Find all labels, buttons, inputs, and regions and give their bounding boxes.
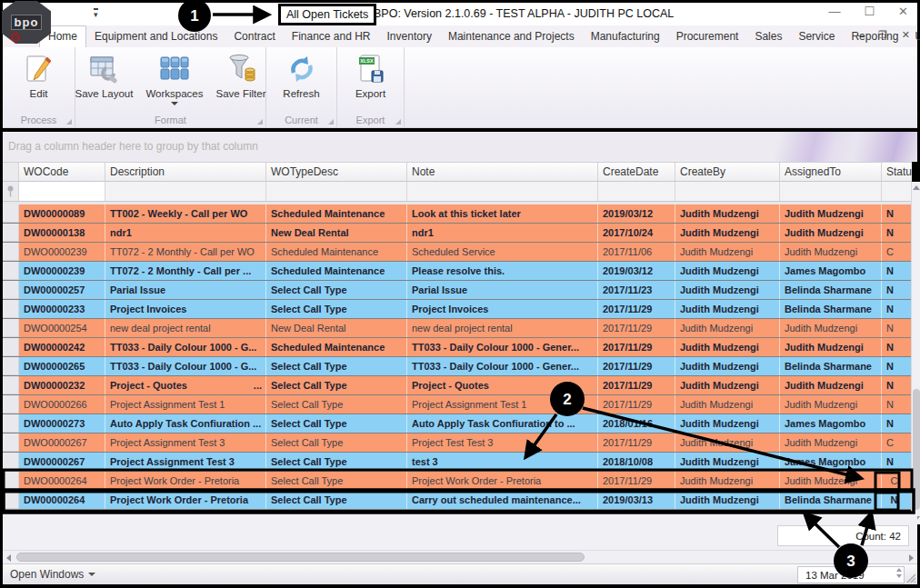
table-row[interactable]: DWO0000264Project Work Order - PretoriaS… <box>3 472 912 491</box>
cell-wotypedesc[interactable]: Scheduled Maintenance <box>266 204 407 223</box>
tab-equipment-and-locations[interactable]: Equipment and Locations <box>86 26 225 47</box>
cell-wocode[interactable]: DW00000138 <box>19 224 105 242</box>
quick-access-dropdown-icon[interactable]: ▾ <box>94 8 98 19</box>
cell-note[interactable]: Project Test Test 3 <box>407 434 598 452</box>
save-layout-button[interactable]: Save Layout <box>69 51 140 101</box>
table-row[interactable]: DW00000267Project Assignment Test 3Selec… <box>3 453 912 472</box>
cell-assignedto[interactable]: Judith Mudzengi <box>780 472 882 490</box>
cell-description[interactable]: TT033 - Daily Colour 1000 - G... <box>105 338 266 356</box>
cell-assignedto[interactable]: James Magombo <box>780 262 882 280</box>
cell-wotypedesc[interactable]: Select Call Type <box>266 414 407 433</box>
filter-cell-wocode[interactable] <box>19 182 105 201</box>
table-row[interactable]: DWO0000266Project Assignment Test 1Selec… <box>3 395 912 414</box>
column-header-note[interactable]: Note <box>407 163 598 181</box>
workspaces-button[interactable]: Workspaces <box>139 51 209 107</box>
cell-status[interactable]: N <box>882 453 912 471</box>
cell-wotypedesc[interactable]: Select Call Type <box>266 434 407 452</box>
cell-assignedto[interactable]: James Magombo <box>780 414 882 433</box>
cell-status[interactable]: N <box>882 338 912 356</box>
cell-wotypedesc[interactable]: New Deal Rental <box>266 224 407 242</box>
cell-wocode[interactable]: DW00000267 <box>19 453 105 471</box>
save-filter-button[interactable]: Save Filter <box>210 51 273 101</box>
tab-procurement[interactable]: Procurement <box>668 26 747 47</box>
filter-cell-assignedto[interactable] <box>780 182 882 201</box>
cell-wocode[interactable]: DW00000264 <box>19 491 105 509</box>
horizontal-scrollbar[interactable] <box>3 550 917 563</box>
tab-inventory[interactable]: Inventory <box>379 26 440 47</box>
column-header-createby[interactable]: CreateBy <box>675 163 780 181</box>
cell-createdate[interactable]: 2019/03/12 <box>598 204 675 223</box>
cell-description[interactable]: Project Invoices <box>105 300 266 318</box>
column-header-createdate[interactable]: CreateDate <box>598 163 675 181</box>
cell-wocode[interactable]: DW00000233 <box>19 300 105 318</box>
table-row[interactable]: DWO0000267Project Assignment Test 3Selec… <box>3 434 912 453</box>
cell-createby[interactable]: Judith Mudzengi <box>675 376 780 394</box>
cell-createby[interactable]: Judith Mudzengi <box>675 262 780 280</box>
cell-wocode[interactable]: DWO0000239 <box>19 243 105 261</box>
cell-assignedto[interactable]: Judith Mudzengi <box>780 224 882 242</box>
table-row[interactable]: DW00000265TT033 - Daily Colour 1000 - G.… <box>3 357 912 376</box>
tab-manufacturing[interactable]: Manufacturing <box>583 26 668 47</box>
cell-createdate[interactable]: 2017/11/29 <box>598 300 675 318</box>
filter-cell-note[interactable] <box>407 182 598 201</box>
cell-createdate[interactable]: 2019/03/12 <box>598 262 675 280</box>
cell-wocode[interactable]: DW00000232 <box>19 376 105 394</box>
cell-createby[interactable]: Judith Mudzengi <box>675 204 780 223</box>
mdi-restore-icon[interactable]: ❐ <box>878 29 887 41</box>
cell-wocode[interactable]: DWO0000266 <box>19 395 105 414</box>
cell-wotypedesc[interactable]: Select Call Type <box>266 300 407 318</box>
cell-status[interactable]: N <box>882 262 912 280</box>
column-header-assignedto[interactable]: AssignedTo <box>780 163 882 181</box>
cell-note[interactable]: Please resolve this. <box>407 262 598 280</box>
cell-note[interactable]: Carry out scheduled maintenance... <box>407 491 598 509</box>
cell-wocode[interactable]: DW00000265 <box>19 357 105 375</box>
cell-wotypedesc[interactable]: Select Call Type <box>266 357 407 375</box>
tab-contract[interactable]: Contract <box>225 26 283 47</box>
cell-description[interactable]: TT072 - 2 Monthly - Call per ... <box>105 262 266 280</box>
cell-wotypedesc[interactable]: Select Call Type <box>266 281 407 299</box>
table-row[interactable]: DW00000257Parial IssueSelect Call TypePa… <box>3 281 912 300</box>
cell-note[interactable]: TT033 - Daily Colour 1000 - Gener... <box>407 357 598 375</box>
mdi-minimize-icon[interactable]: — <box>854 29 864 41</box>
cell-status[interactable]: N <box>882 414 912 433</box>
cell-createby[interactable]: Judith Mudzengi <box>675 300 780 318</box>
dialog-launcher-icon[interactable] <box>328 119 334 125</box>
cell-note[interactable]: ndr1 <box>407 224 598 242</box>
maximize-icon[interactable]: ☐ <box>864 5 875 18</box>
cell-status[interactable]: N <box>882 224 912 242</box>
date-spinner[interactable] <box>896 568 902 578</box>
cell-assignedto[interactable]: Judith Mudzengi <box>780 395 882 414</box>
cell-createby[interactable]: Judith Mudzengi <box>675 357 780 375</box>
cell-wotypedesc[interactable]: Scheduled Maintenance <box>266 338 407 356</box>
cell-wocode[interactable]: DWO0000264 <box>19 472 105 490</box>
mdi-close-icon[interactable]: ✕ <box>902 29 910 41</box>
cell-createby[interactable]: Judith Mudzengi <box>675 243 780 261</box>
cell-assignedto[interactable]: Judith Mudzengi <box>780 338 882 356</box>
cell-wotypedesc[interactable]: Select Call Type <box>266 453 407 471</box>
table-row[interactable]: DW00000089TT002 - Weekly - Call per WOSc… <box>3 204 912 224</box>
cell-status[interactable]: C <box>882 243 912 261</box>
scroll-right-icon[interactable] <box>909 554 914 562</box>
cell-wotypedesc[interactable]: Select Call Type <box>266 376 407 394</box>
scroll-up-icon[interactable] <box>913 185 920 190</box>
cell-createdate[interactable]: 2017/11/29 <box>598 395 675 414</box>
close-icon[interactable]: ✕ <box>898 5 908 18</box>
cell-note[interactable]: Project Assignment Test 1 <box>407 395 598 414</box>
table-row[interactable]: DW00000273Auto Apply Task Confiuration .… <box>3 414 912 434</box>
cell-wocode[interactable]: DW00000273 <box>19 414 105 433</box>
cell-createby[interactable]: Judith Mudzengi <box>675 453 780 471</box>
cell-status[interactable]: N <box>882 300 912 318</box>
cell-createdate[interactable]: 2017/11/29 <box>598 357 675 375</box>
date-picker[interactable]: 13 Mar 2019 <box>797 566 905 583</box>
tab-service[interactable]: Service <box>790 26 843 47</box>
cell-createby[interactable]: Judith Mudzengi <box>675 472 780 490</box>
cell-description[interactable]: Parial Issue <box>105 281 266 299</box>
cell-createby[interactable]: Judith Mudzengi <box>675 319 780 337</box>
cell-createdate[interactable]: 2017/10/24 <box>598 224 675 242</box>
cell-note[interactable]: TT033 - Daily Colour 1000 - Gener... <box>407 338 598 356</box>
cell-wocode[interactable]: DW00000257 <box>19 281 105 299</box>
vertical-scroll-thumb[interactable] <box>913 389 920 510</box>
cell-wotypedesc[interactable]: Scheduled Maintenance <box>266 243 407 261</box>
cell-note[interactable]: Project Invoices <box>407 300 598 318</box>
cell-wotypedesc[interactable]: Select Call Type <box>266 395 407 414</box>
